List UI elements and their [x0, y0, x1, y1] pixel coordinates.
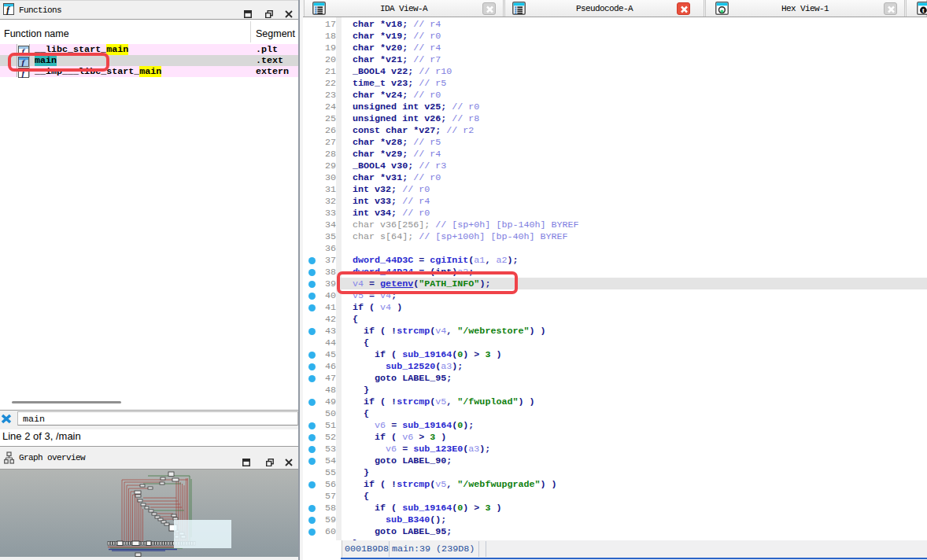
svg-text:t: t	[922, 6, 925, 14]
